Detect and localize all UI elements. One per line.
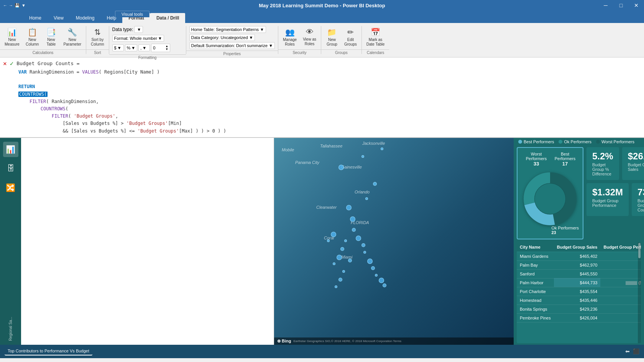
percent-dropdown[interactable]: %▼: [125, 44, 138, 51]
format-dropdown[interactable]: Format: Whole number ▼: [112, 35, 164, 42]
formula-bar-top: ✕ ✓ Budget Group Counts =: [3, 60, 641, 67]
best-performers-label: Best Performers 17: [551, 152, 579, 167]
formula-cancel-button[interactable]: ✕: [3, 60, 7, 67]
ribbon-tabs: Home View Modeling Help Format Data / Dr…: [0, 11, 644, 23]
worst-performers-value: 33: [521, 161, 551, 167]
sidebar-data-icon[interactable]: 🗄: [3, 161, 18, 176]
security-group: 👥 ManageRoles 👁 View asRoles Security: [278, 25, 321, 56]
tab-view[interactable]: View: [48, 13, 70, 23]
tab-modeling[interactable]: Modeling: [70, 13, 101, 23]
formula-code[interactable]: VAR RankingDimension = VALUES( Regions[C…: [3, 69, 641, 135]
mark-date-table-button[interactable]: 📅 Mark asDate Table: [364, 26, 387, 48]
worst-performers-text: Worst Performers: [521, 152, 551, 161]
data-category-row: Data Category: Uncategorized ▼: [189, 34, 255, 41]
new-table-button[interactable]: 📑 NewTable: [43, 26, 59, 48]
data-type-dropdown[interactable]: ▼: [134, 26, 143, 33]
save-icon[interactable]: 💾: [15, 3, 20, 8]
kpi-budget-counts: 73 Budget Group Counts: [632, 183, 644, 216]
table-row: Palm Bay$462,970$1,5670.3%: [517, 260, 641, 269]
bottom-tab-main[interactable]: Top Contributors to Performance Vs Budge…: [5, 347, 92, 355]
formula-accept-button[interactable]: ✓: [10, 60, 14, 67]
tab-home[interactable]: Home: [23, 13, 48, 23]
sort-label: Sort: [86, 49, 108, 56]
decimals-value: 0: [153, 46, 155, 50]
col-budget-performance[interactable]: Budget Group Performance: [600, 242, 641, 252]
table-row: Miami Gardens$465,402$149,74847.4%: [517, 252, 641, 260]
dropdown-icon[interactable]: ▼: [21, 3, 26, 8]
formula-bar: ✕ ✓ Budget Group Counts = VAR RankingDim…: [0, 57, 644, 138]
legend-best: Best Performers: [518, 139, 554, 144]
home-table-value: Home Table: Segmentation Patterns: [191, 27, 259, 32]
comma-dropdown[interactable]: ,▼: [138, 44, 150, 51]
legend-best-dot: [518, 140, 522, 144]
decimals-input[interactable]: 0 ▲ ▼: [151, 44, 170, 52]
format-chevron: ▼: [158, 36, 162, 41]
formula-line-7: [Sales vs Budgets %] > 'Budget Groups'[M…: [18, 120, 641, 127]
kpi-perf-value: $1.32M: [592, 187, 623, 198]
map-panel[interactable]: Mobile Tallahassee Jacksonville Panama C…: [274, 138, 514, 345]
bottom-icon-2[interactable]: ⬛: [633, 348, 639, 354]
new-group-button[interactable]: 📁 NewGroup: [324, 26, 340, 48]
map-dot-16: [383, 283, 386, 287]
view-as-roles-button[interactable]: 👁 View asRoles: [301, 26, 319, 48]
calculations-label: Calculations: [0, 49, 86, 56]
table-header-row: City Name Budget Group Sales Budget Grou…: [517, 242, 641, 252]
cell-performance-2: ($14,380): [600, 269, 641, 278]
bing-logo: ⊕ Bing: [277, 339, 291, 344]
map-dot-17: [344, 239, 347, 242]
summarization-value: Default Summarization: Don't summarize: [191, 43, 268, 48]
sidebar-reports-icon[interactable]: 📊: [3, 142, 18, 157]
sort-by-column-button[interactable]: ⇅ Sort byColumn: [89, 26, 106, 48]
legend-ok: Ok Performers: [559, 139, 591, 144]
new-parameter-button[interactable]: 🔧 NewParameter: [61, 26, 84, 48]
map-dot-26: [327, 239, 330, 242]
data-category-dropdown[interactable]: Data Category: Uncategorized ▼: [189, 34, 255, 41]
new-group-icon: 📁: [327, 28, 337, 37]
properties-label: Properties: [186, 51, 278, 57]
map-dot-23: [338, 278, 342, 282]
cell-city-7: Pembroke Pines: [517, 313, 554, 322]
map-label-tallahassee: Tallahassee: [320, 144, 342, 148]
cell-sales-0: $465,402: [554, 252, 601, 260]
cell-sales-4: $435,554: [554, 287, 601, 296]
new-column-button[interactable]: 📋 NewColumn: [23, 26, 41, 48]
map-dot-21: [348, 259, 352, 262]
forward-icon[interactable]: →: [9, 3, 13, 8]
dashboard-panel: Best Performers Ok Performers Worst Perf…: [514, 138, 644, 345]
col-city-name[interactable]: City Name: [517, 242, 554, 252]
decrement-icon[interactable]: ▼: [165, 48, 168, 51]
summarization-dropdown[interactable]: Default Summarization: Don't summarize ▼: [189, 42, 275, 49]
edit-groups-button[interactable]: ✏ EditGroups: [342, 26, 359, 48]
close-button[interactable]: ✕: [629, 0, 644, 11]
manage-roles-button[interactable]: 👥 ManageRoles: [281, 26, 299, 48]
calendars-group: 📅 Mark asDate Table Calendars: [362, 25, 389, 56]
minimize-button[interactable]: ─: [598, 0, 613, 11]
ribbon: 📊 NewMeasure 📋 NewColumn 📑 NewTable 🔧 Ne…: [0, 23, 644, 57]
bottom-icon-1[interactable]: ⬅: [625, 348, 630, 354]
window-controls: ─ □ ✕: [598, 0, 644, 11]
kpi-budget-sales: $26.78M Budget Group Sales: [622, 147, 644, 180]
table-row: Bonita Springs$429,236$83,55024.2%: [517, 305, 641, 313]
currency-dropdown[interactable]: $▼: [112, 44, 124, 51]
dashboard-top: Worst Performers 33 Best Performers 17: [514, 146, 644, 241]
legend-worst: Worst Performers: [596, 139, 634, 144]
cell-city-5: Homestead: [517, 296, 554, 305]
back-icon[interactable]: ←: [3, 3, 7, 8]
new-measure-button[interactable]: 📊 NewMeasure: [2, 26, 22, 48]
sidebar-model-icon[interactable]: 🔀: [3, 180, 18, 195]
col-budget-sales[interactable]: Budget Group Sales: [554, 242, 601, 252]
window-title: May 2018 Learning Summit Demo - Power BI…: [259, 3, 385, 8]
tab-data-drill[interactable]: Data / Drill: [150, 13, 185, 23]
home-table-dropdown[interactable]: Home Table: Segmentation Patterns ▼: [189, 26, 266, 33]
data-type-chevron: ▼: [137, 27, 141, 32]
security-buttons: 👥 ManageRoles 👁 View asRoles: [278, 25, 321, 49]
cell-city-0: Miami Gardens: [517, 252, 554, 260]
table-scrollbar[interactable]: [638, 242, 641, 343]
summarization-chevron: ▼: [269, 43, 273, 48]
manage-roles-icon: 👥: [285, 28, 295, 37]
table-header: City Name Budget Group Sales Budget Grou…: [517, 242, 641, 252]
best-performers-value: 17: [551, 161, 579, 167]
maximize-button[interactable]: □: [613, 0, 629, 11]
legend-ok-dot: [559, 140, 562, 144]
scroll-thumb: [638, 243, 641, 258]
